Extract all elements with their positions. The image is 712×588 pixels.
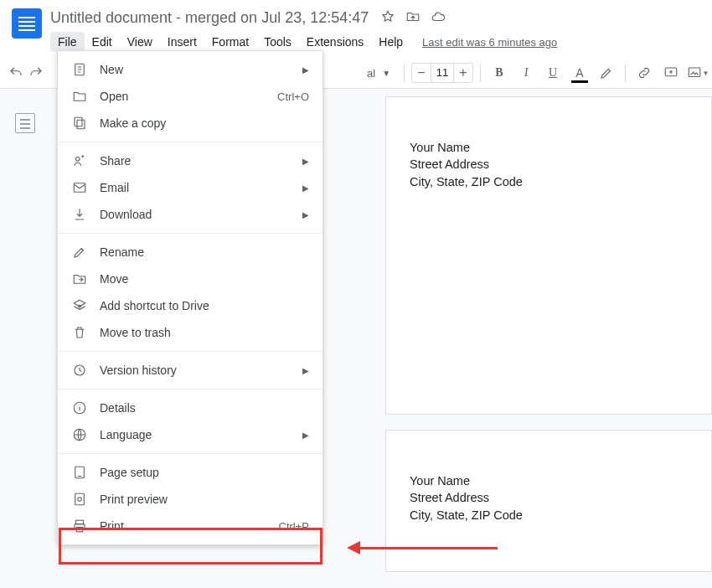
submenu-arrow-icon: ▶ [302,210,309,219]
svg-rect-6 [74,183,85,193]
bold-button[interactable]: B [488,61,511,85]
print-icon [71,518,88,534]
svg-rect-3 [77,120,85,129]
chevron-down-icon[interactable]: ▼ [382,69,390,78]
toolbar-separator [625,64,626,82]
file-menu-share[interactable]: Share▶ [58,147,322,174]
file-menu-version[interactable]: Version history▶ [58,357,322,384]
submenu-arrow-icon: ▶ [302,157,309,166]
file-menu-pagesetup[interactable]: Page setup [58,459,322,486]
open-icon [71,88,88,105]
menu-insert[interactable]: Insert [160,32,204,52]
font-name-fragment[interactable]: al [367,67,375,80]
star-icon[interactable] [380,9,395,27]
file-menu-new[interactable]: New▶ [58,56,322,83]
menu-format[interactable]: Format [204,32,256,52]
submenu-arrow-icon: ▶ [302,183,309,193]
submenu-arrow-icon: ▶ [302,431,309,440]
file-menu-move[interactable]: Move [58,266,322,292]
italic-button[interactable]: I [514,61,538,85]
last-edit-link[interactable]: Last edit was 6 minutes ago [422,36,557,49]
svg-rect-1 [689,68,700,77]
undo-button[interactable] [8,61,23,85]
copy-icon [71,115,88,132]
menu-shortcut: Ctrl+O [277,90,309,103]
menu-item-label: Language [100,428,302,441]
doc-line[interactable]: Your Name [410,472,688,489]
menu-item-label: Download [100,208,302,221]
new-icon [71,61,88,78]
shortcut-icon [71,297,88,314]
file-menu-copy[interactable]: Make a copy [58,110,322,137]
doc-line[interactable]: Street Address [410,156,688,173]
file-menu-shortcut[interactable]: Add shortcut to Drive [58,292,322,319]
svg-point-5 [76,157,80,162]
file-menu-language[interactable]: Language▶ [58,421,322,448]
file-menu-print[interactable]: PrintCtrl+P [58,513,322,539]
redo-button[interactable] [28,61,44,85]
menu-separator [58,351,322,352]
highlight-button[interactable] [595,61,618,85]
move-icon[interactable] [405,9,420,27]
menu-edit[interactable]: Edit [85,32,120,52]
menu-item-label: New [100,63,302,76]
doc-line[interactable]: City, State, ZIP Code [410,173,688,190]
menu-item-label: Email [100,181,302,194]
underline-button[interactable]: U [541,61,565,85]
toolbar-separator [480,64,481,82]
file-menu-open[interactable]: OpenCtrl+O [58,83,322,110]
font-size-stepper[interactable]: − 11 + [411,63,473,83]
add-comment-button[interactable] [659,61,683,85]
docs-logo-icon[interactable] [12,8,42,39]
insert-image-button[interactable]: ▼ [686,61,709,85]
svg-point-12 [78,498,82,502]
preview-icon [71,491,88,508]
file-menu-trash[interactable]: Move to trash [58,319,322,346]
submenu-arrow-icon: ▶ [302,65,309,75]
menu-separator [58,389,322,389]
svg-rect-13 [76,520,84,524]
svg-rect-4 [75,117,82,126]
menu-item-label: Share [100,154,302,168]
menu-extensions[interactable]: Extensions [299,32,371,52]
document-page[interactable]: Your Name Street Address City, State, ZI… [385,430,712,572]
document-page[interactable]: Your Name Street Address City, State, ZI… [385,96,712,415]
menu-item-label: Add shortcut to Drive [100,299,309,312]
text-color-button[interactable]: A [568,61,591,85]
menu-view[interactable]: View [120,32,160,52]
menu-item-label: Rename [100,245,309,259]
menu-item-label: Open [100,90,277,103]
share-icon [71,152,88,169]
menu-item-label: Make a copy [100,116,309,130]
menu-separator [58,233,322,234]
menu-help[interactable]: Help [371,32,410,52]
menu-file[interactable]: File [50,32,85,52]
doc-line[interactable]: Your Name [410,139,688,156]
trash-icon [71,324,88,341]
font-size-increase[interactable]: + [454,65,472,80]
details-icon [71,400,88,416]
menu-item-label: Print preview [100,493,309,506]
menu-tools[interactable]: Tools [256,32,299,52]
file-menu-email[interactable]: Email▶ [58,174,322,201]
svg-rect-11 [75,493,85,505]
file-menu-rename[interactable]: Rename [58,239,322,266]
submenu-arrow-icon: ▶ [302,366,309,375]
email-icon [71,179,88,196]
outline-toggle-icon[interactable] [15,113,35,133]
file-menu-details[interactable]: Details [58,395,322,421]
pagesetup-icon [71,464,88,481]
file-menu-download[interactable]: Download▶ [58,201,322,228]
doc-line[interactable]: Street Address [410,489,688,506]
font-size-decrease[interactable]: − [412,65,431,80]
insert-link-button[interactable] [632,61,656,85]
menu-item-label: Print [100,519,279,533]
file-menu-dropdown: New▶OpenCtrl+OMake a copyShare▶Email▶Dow… [57,50,323,545]
font-size-value[interactable]: 11 [431,64,454,82]
version-icon [71,362,88,379]
menu-shortcut: Ctrl+P [279,520,309,533]
document-title[interactable]: Untitled document - merged on Jul 23, 12… [50,9,369,27]
doc-line[interactable]: City, State, ZIP Code [410,507,688,524]
file-menu-preview[interactable]: Print preview [58,486,322,513]
cloud-status-icon[interactable] [431,9,446,27]
